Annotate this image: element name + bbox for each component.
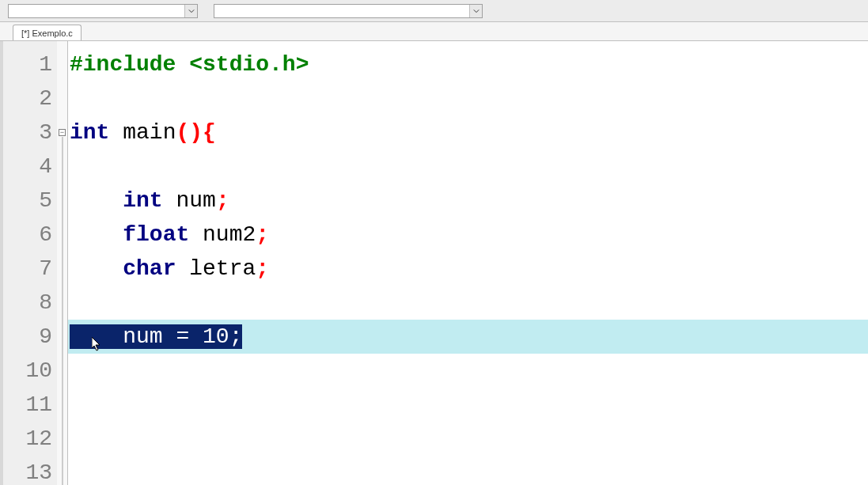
token-preproc: <stdio.h> [189, 52, 309, 77]
chevron-down-icon [184, 5, 197, 17]
line-number: 7 [3, 252, 57, 286]
code-text-area[interactable]: #include <stdio.h>int main(){ int num; f… [68, 41, 868, 485]
token-ident [189, 222, 203, 247]
line-number: 9 [3, 320, 57, 354]
symbol-function-combo[interactable] [214, 4, 483, 18]
line-number: 10 [3, 354, 57, 388]
line-number: 12 [3, 422, 57, 456]
chevron-down-icon [469, 5, 482, 17]
code-line[interactable] [68, 81, 868, 116]
mouse-cursor-icon [92, 337, 103, 353]
line-number: 6 [3, 218, 57, 252]
code-line[interactable] [68, 388, 868, 422]
token-ident [70, 256, 123, 281]
symbol-scope-combo[interactable] [8, 4, 198, 18]
code-line[interactable] [68, 150, 868, 184]
fold-cell [57, 252, 67, 286]
fold-cell: − [57, 116, 67, 150]
code-line[interactable] [68, 456, 868, 485]
token-ident: num2 [203, 222, 256, 247]
token-punct: ; [216, 188, 229, 213]
token-type: int [70, 120, 109, 145]
fold-cell [57, 354, 67, 388]
code-line[interactable]: int num; [68, 184, 868, 218]
fold-cell [57, 150, 67, 184]
code-line[interactable] [68, 286, 868, 320]
code-line[interactable] [68, 422, 868, 456]
code-line[interactable]: char letra; [68, 252, 868, 286]
token-type: char [123, 256, 176, 281]
token-punct: () [176, 120, 203, 145]
line-number: 11 [3, 388, 57, 422]
token-ident [109, 120, 123, 145]
token-type: float [123, 222, 189, 247]
file-tab-exemplo[interactable]: [*] Exemplo.c [13, 25, 81, 40]
token-type: int [123, 188, 162, 213]
line-number: 1 [3, 47, 57, 81]
tab-bar: [*] Exemplo.c [0, 22, 868, 41]
token-punct: ; [256, 222, 269, 247]
tab-label: [*] Exemplo.c [21, 28, 73, 38]
token-ident: main [123, 120, 176, 145]
fold-cell [57, 81, 67, 116]
code-line[interactable] [68, 354, 868, 388]
token-punct: ; [256, 256, 269, 281]
fold-cell [57, 456, 67, 485]
line-number: 2 [3, 81, 57, 116]
toolbar [0, 0, 868, 22]
line-number-gutter: 12345678910111213 [3, 41, 57, 485]
fold-cell [57, 388, 67, 422]
line-number: 3 [3, 116, 57, 150]
token-punct: { [203, 120, 216, 145]
code-line[interactable]: #include <stdio.h> [68, 47, 868, 81]
line-number: 4 [3, 150, 57, 184]
fold-cell [57, 422, 67, 456]
token-ident [70, 222, 123, 247]
token-ident: num [176, 188, 215, 213]
code-line[interactable]: num = 10; [68, 320, 868, 354]
fold-cell [57, 184, 67, 218]
token-preproc: #include [70, 52, 189, 77]
fold-column: − [57, 41, 68, 485]
code-line[interactable]: float num2; [68, 218, 868, 252]
fold-toggle-icon[interactable]: − [59, 129, 66, 136]
token-ident [70, 188, 123, 213]
token-ident: letra [189, 256, 256, 281]
fold-cell [57, 218, 67, 252]
line-number: 8 [3, 286, 57, 320]
fold-cell [57, 320, 67, 354]
code-line[interactable]: int main(){ [68, 116, 868, 150]
line-number: 5 [3, 184, 57, 218]
token-ident [163, 188, 176, 213]
token-ident [176, 256, 189, 281]
line-number: 13 [3, 456, 57, 485]
code-editor[interactable]: 12345678910111213 − #include <stdio.h>in… [0, 41, 868, 485]
fold-cell [57, 47, 67, 81]
fold-cell [57, 286, 67, 320]
